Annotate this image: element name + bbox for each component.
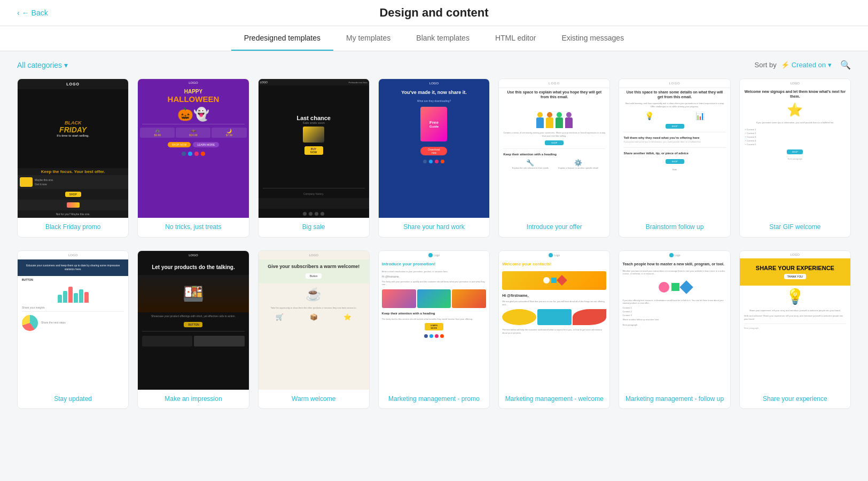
- sort-icon: ⚡: [781, 61, 789, 69]
- template-label: Brainstorm follow up: [619, 218, 730, 237]
- template-preview: LOGO You've made it, now share it. What …: [379, 79, 489, 218]
- sort-button[interactable]: ⚡ Created on ▾: [781, 61, 832, 69]
- tab-existing-messages[interactable]: Existing messages: [549, 26, 637, 51]
- template-card-share-experience[interactable]: LOGO SHARE YOUR EXPERIENCE THANK YOU 💡 S…: [739, 250, 851, 409]
- template-card-black-friday-promo[interactable]: LOGO BLACK FRIDAY It's time to start sel…: [17, 78, 129, 238]
- tab-my-templates[interactable]: My templates: [333, 26, 403, 51]
- template-preview: Logo Teach people how to master a new sk…: [619, 251, 730, 390]
- template-card-make-impression[interactable]: LOGO Let your products do the talking. 🍱…: [137, 250, 249, 409]
- template-card-warm-welcome[interactable]: LOGO Give your subscribers a warm welcom…: [258, 250, 370, 409]
- template-card-brainstorm-follow-up[interactable]: LOGO Use this space to share some detail…: [619, 78, 730, 238]
- template-label: Stay updated: [18, 390, 128, 409]
- filter-label: All categories: [17, 61, 62, 69]
- back-button[interactable]: ‹ ← Back: [17, 9, 48, 17]
- template-preview: LOGO BLACK FRIDAY It's time to start sel…: [18, 79, 128, 218]
- template-label: Big sale: [259, 218, 369, 237]
- template-preview: LOGO SHARE YOUR EXPERIENCE THANK YOU 💡 S…: [740, 251, 850, 390]
- toolbar: All categories ▾ Sort by ⚡ Created on ▾ …: [0, 51, 868, 78]
- template-card-marketing-promo[interactable]: Logo Introduce your promotion! Write a s…: [378, 250, 490, 409]
- template-label: Marketing management - welcome: [499, 390, 609, 409]
- template-card-marketing-follow-up[interactable]: Logo Teach people how to master a new sk…: [619, 250, 730, 409]
- template-card-share-hard-work[interactable]: LOGO You've made it, now share it. What …: [378, 78, 490, 238]
- sort-label: Created on: [792, 61, 826, 69]
- template-card-star-gif-welcome[interactable]: LOGO Welcome new signups and let them kn…: [739, 78, 851, 238]
- template-label: Marketing management - promo: [379, 390, 489, 409]
- template-preview: Logo Introduce your promotion! Write a s…: [379, 251, 489, 390]
- template-preview: LOGO Let your products do the talking. 🍱…: [138, 251, 248, 390]
- template-label: Introduce your offer: [499, 218, 609, 237]
- templates-row-1: LOGO BLACK FRIDAY It's time to start sel…: [0, 78, 868, 250]
- template-preview: Logo Welcome your contacts! Hi @firstnam…: [499, 251, 609, 390]
- template-preview: LOGO HAPPY HALLOWEEN 🎃👻 🕷️ $9.99 🦇 $14.9…: [138, 79, 248, 218]
- template-preview: LOGO Preheader text here Last chance Sal…: [259, 79, 369, 218]
- search-button[interactable]: 🔍: [840, 60, 851, 70]
- template-card-big-sale[interactable]: LOGO Preheader text here Last chance Sal…: [258, 78, 370, 238]
- templates-row-2: LOGO Educate your customers and keep the…: [0, 250, 868, 422]
- filter-button[interactable]: All categories ▾: [17, 61, 68, 69]
- template-label: Make an impression: [138, 390, 248, 409]
- template-label: Black Friday promo: [18, 218, 128, 237]
- template-label: Marketing management - follow up: [619, 390, 730, 409]
- template-preview: LOGO Give your subscribers a warm welcom…: [259, 251, 369, 390]
- template-preview: LOGO Use this space to explain what you …: [499, 79, 609, 218]
- sort-area: Sort by ⚡ Created on ▾ 🔍: [754, 60, 851, 70]
- filter-chevron-icon: ▾: [64, 61, 68, 69]
- page-title: Design and content: [379, 6, 488, 20]
- template-card-marketing-welcome[interactable]: Logo Welcome your contacts! Hi @firstnam…: [498, 250, 610, 409]
- template-card-stay-updated[interactable]: LOGO Educate your customers and keep the…: [17, 250, 129, 409]
- back-label: ← Back: [22, 9, 48, 17]
- sort-prefix: Sort by: [754, 61, 776, 69]
- template-preview: LOGO Use this space to share some detail…: [619, 79, 730, 218]
- tabs-bar: Predesigned templates My templates Blank…: [0, 26, 868, 51]
- template-label: Warm welcome: [259, 390, 369, 409]
- template-label: Share your experience: [740, 390, 850, 409]
- template-card-no-tricks[interactable]: LOGO HAPPY HALLOWEEN 🎃👻 🕷️ $9.99 🦇 $14.9…: [137, 78, 249, 238]
- template-label: Share your hard work: [379, 218, 489, 237]
- sort-chevron-icon: ▾: [828, 61, 832, 69]
- template-label: No tricks, just treats: [138, 218, 248, 237]
- template-card-introduce-offer[interactable]: LOGO Use this space to explain what you …: [498, 78, 610, 238]
- header: ‹ ← Back Design and content: [0, 0, 868, 26]
- template-preview: LOGO Educate your customers and keep the…: [18, 251, 128, 390]
- back-arrow-icon: ‹: [17, 9, 20, 17]
- tab-blank-templates[interactable]: Blank templates: [403, 26, 482, 51]
- tab-html-editor[interactable]: HTML editor: [482, 26, 549, 51]
- tab-predesigned-templates[interactable]: Predesigned templates: [231, 26, 333, 51]
- template-preview: LOGO Welcome new signups and let them kn…: [740, 79, 850, 218]
- template-label: Star GIF welcome: [740, 218, 850, 237]
